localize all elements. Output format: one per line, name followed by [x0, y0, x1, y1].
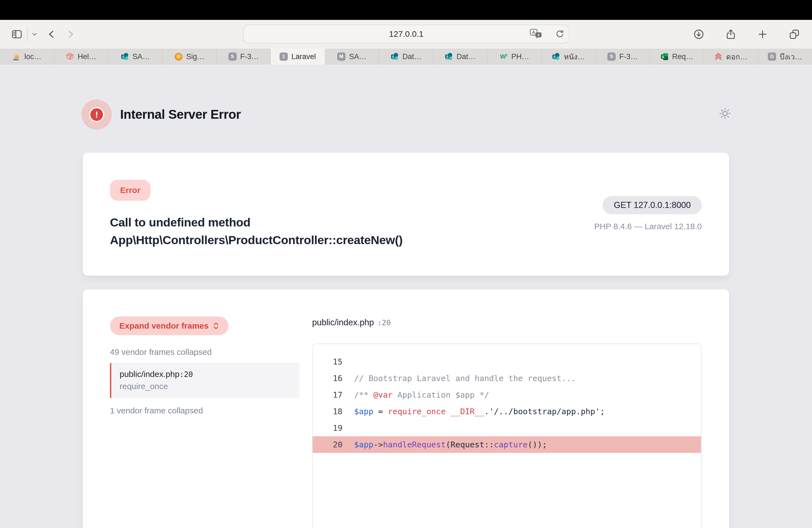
tab-label: loc…	[24, 53, 41, 61]
tab-label: Req…	[672, 53, 694, 61]
laravel-favicon	[66, 53, 74, 61]
excel-favicon: X	[661, 53, 669, 61]
tab-bar: PMAloc…Hel…SSA…Sig…SF-3…1LaravelMSA…SDat…	[0, 48, 812, 64]
svg-text:S: S	[392, 55, 394, 59]
tab-label: หนัง…	[564, 51, 585, 63]
svg-text:X: X	[662, 55, 664, 59]
new-tab-icon[interactable]	[757, 29, 768, 40]
download-icon[interactable]	[693, 29, 704, 40]
tab-label: Hel…	[77, 53, 97, 61]
reload-icon[interactable]	[555, 29, 565, 39]
code-text: $app->handleRequest(Request::capture());	[354, 440, 547, 449]
code-line-16: 16// Bootstrap Laravel and handle the re…	[313, 370, 701, 386]
svg-text:A: A	[532, 30, 535, 35]
tab-4[interactable]: Sig…	[162, 48, 217, 64]
alert-icon: !	[82, 99, 112, 130]
error-message: Call to undefined method App\Http\Contro…	[110, 214, 403, 249]
tab-label: Sig…	[186, 53, 204, 61]
seal-favicon	[174, 53, 183, 61]
tab-label: Laravel	[291, 53, 316, 61]
tab-label: SA…	[133, 53, 150, 61]
sidebar-icon[interactable]	[11, 28, 23, 40]
line-number: 19	[313, 423, 343, 433]
tab-8[interactable]: SDat…	[379, 48, 433, 64]
tile-G-favicon: G	[768, 53, 776, 61]
code-file-header: public/index.php:20	[312, 318, 701, 327]
code-text: /** @var Application $app */	[354, 390, 489, 400]
vendor-frame-collapsed-note: 1 vendor frame collapsed	[110, 406, 300, 415]
tab-5[interactable]: SF-3…	[217, 48, 271, 64]
page-title: Internal Server Error	[120, 107, 241, 122]
tab-label: SA…	[349, 53, 366, 61]
tab-label: บึงเว…	[780, 51, 802, 63]
tab-label: PH…	[511, 53, 529, 61]
page-header: ! Internal Server Error	[82, 99, 731, 130]
tab-13[interactable]: XReq…	[650, 48, 704, 64]
sun-icon[interactable]	[719, 107, 731, 120]
frames-column: Expand vendor frames 49 vendor frames co…	[110, 317, 300, 415]
error-message-line2: App\Http\Controllers\ProductController::…	[110, 231, 403, 249]
svg-text:S: S	[122, 55, 124, 59]
tab-14[interactable]: ดอก…	[704, 48, 758, 64]
tile-S-favicon: S	[228, 53, 237, 61]
stack-frame-method: require_once	[120, 382, 291, 391]
error-message-line1: Call to undefined method	[110, 214, 403, 231]
tab-6[interactable]: 1Laravel	[271, 48, 325, 64]
svg-text:S: S	[446, 55, 449, 59]
url-bar[interactable]: 127.0.0.1 A x	[243, 25, 569, 43]
tab-9[interactable]: SDat…	[433, 48, 488, 64]
svg-text:x: x	[537, 33, 540, 37]
sharepoint-favicon: S	[445, 53, 453, 61]
laravel-error-page: ! Internal Server Error Error Call to un…	[0, 64, 812, 528]
expand-vendor-frames-button[interactable]: Expand vendor frames	[110, 317, 228, 335]
url-text: 127.0.0.1	[389, 29, 423, 39]
code-file-name: public/index.php	[312, 318, 374, 327]
tab-overview-icon[interactable]	[789, 29, 800, 40]
chevron-down-icon[interactable]	[31, 31, 38, 37]
w3-favicon: W3	[499, 53, 508, 61]
chevrons-favicon	[714, 53, 723, 61]
error-type-badge: Error	[110, 180, 150, 201]
tab-11[interactable]: Sหนัง…	[541, 48, 596, 64]
tile-M-favicon: M	[337, 53, 346, 61]
tab-1[interactable]: PMAloc…	[0, 48, 54, 64]
toolbar-right-group	[693, 20, 800, 48]
unfold-icon	[213, 321, 219, 330]
code-line-ref: :20	[377, 318, 391, 327]
line-number: 18	[313, 407, 343, 416]
screen: 127.0.0.1 A x	[0, 0, 812, 528]
tab-15[interactable]: Gบึงเว…	[758, 48, 812, 64]
code-text: // Bootstrap Laravel and handle the requ…	[354, 373, 576, 383]
toolbar-divider	[27, 27, 28, 41]
request-badge: GET 127.0.0.1:8000	[603, 196, 702, 214]
tab-label: F-3…	[240, 53, 259, 61]
tab-10[interactable]: W3PH…	[488, 48, 541, 64]
code-column: public/index.php:20 1516// Bootstrap Lar…	[312, 318, 701, 528]
sharepoint-favicon: S	[121, 53, 129, 61]
tab-label: Dat…	[402, 53, 421, 61]
code-line-15: 15	[313, 353, 701, 370]
tab-7[interactable]: MSA…	[325, 48, 379, 64]
sharepoint-favicon: S	[391, 53, 399, 61]
share-icon[interactable]	[725, 29, 736, 40]
tab-label: Dat…	[456, 53, 476, 61]
tab-3[interactable]: SSA…	[108, 48, 162, 64]
tab-label: F-3…	[619, 53, 638, 61]
tab-2[interactable]: Hel…	[54, 48, 108, 64]
phpmyadmin-favicon: PMA	[12, 53, 21, 61]
forward-icon[interactable]	[66, 30, 75, 39]
tab-12[interactable]: SF-3…	[596, 48, 650, 64]
svg-text:S: S	[553, 55, 556, 59]
line-number: 20	[313, 440, 343, 449]
stack-frame-item[interactable]: public/index.php:20 require_once	[110, 363, 300, 398]
browser-toolbar: 127.0.0.1 A x	[0, 20, 812, 48]
tile-S-favicon: S	[607, 53, 615, 61]
back-icon[interactable]	[47, 30, 56, 39]
code-snippet-panel: 1516// Bootstrap Laravel and handle the …	[312, 343, 701, 528]
code-line-18: 18$app = require_once __DIR__.'/../boots…	[313, 403, 701, 420]
svg-text:PMA: PMA	[13, 58, 19, 61]
translate-icon[interactable]: A x	[530, 29, 542, 39]
macos-menubar	[0, 0, 812, 20]
code-line-19: 19	[313, 420, 701, 436]
code-line-17: 17/** @var Application $app */	[313, 386, 701, 403]
